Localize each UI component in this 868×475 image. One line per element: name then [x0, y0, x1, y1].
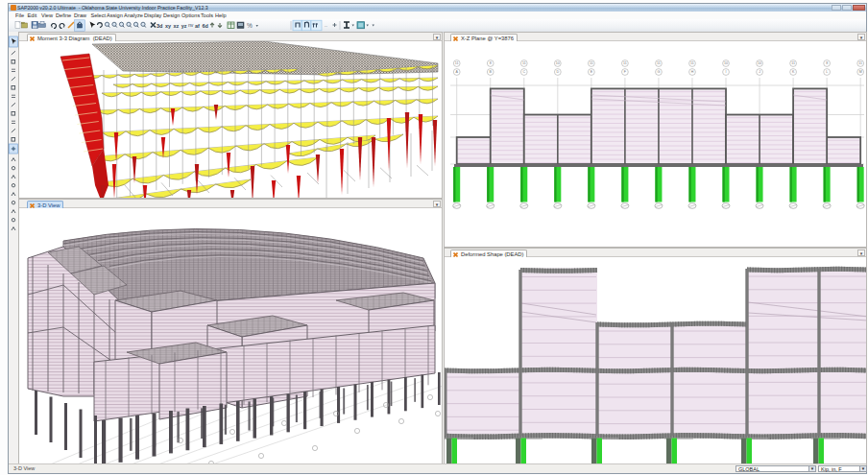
svg-text:11: 11 [522, 61, 526, 65]
svg-text:10: 10 [556, 61, 560, 65]
svg-text:11: 11 [623, 61, 627, 65]
svg-text:10: 10 [724, 61, 728, 65]
svg-text:11: 11 [455, 61, 459, 65]
svg-text:M: M [859, 70, 862, 74]
svg-text:11: 11 [657, 61, 661, 65]
svg-text:C: C [522, 70, 525, 74]
svg-text:%: % [247, 22, 253, 29]
svg-text:3d: 3d [157, 23, 162, 29]
svg-text:8: 8 [490, 61, 492, 65]
svg-text:11: 11 [858, 61, 862, 65]
svg-text:D: D [557, 70, 560, 74]
svg-text:6d: 6d [203, 23, 208, 29]
svg-text:I: I [726, 70, 727, 74]
svg-text:xz: xz [173, 23, 179, 29]
svg-text:11: 11 [791, 61, 795, 65]
svg-text:H: H [691, 70, 694, 74]
svg-text:11: 11 [590, 61, 593, 65]
svg-text:yz: yz [181, 23, 187, 29]
svg-text:J: J [759, 70, 760, 74]
svg-text:11: 11 [690, 61, 694, 65]
svg-text:L: L [826, 70, 828, 74]
svg-text:nv: nv [188, 22, 194, 28]
svg-text:..: .. [325, 22, 327, 28]
svg-text:af: af [195, 23, 200, 29]
svg-text:8: 8 [826, 61, 828, 65]
svg-text:10: 10 [758, 61, 761, 65]
svg-text:xy: xy [165, 23, 172, 29]
svg-text:G: G [658, 70, 661, 74]
